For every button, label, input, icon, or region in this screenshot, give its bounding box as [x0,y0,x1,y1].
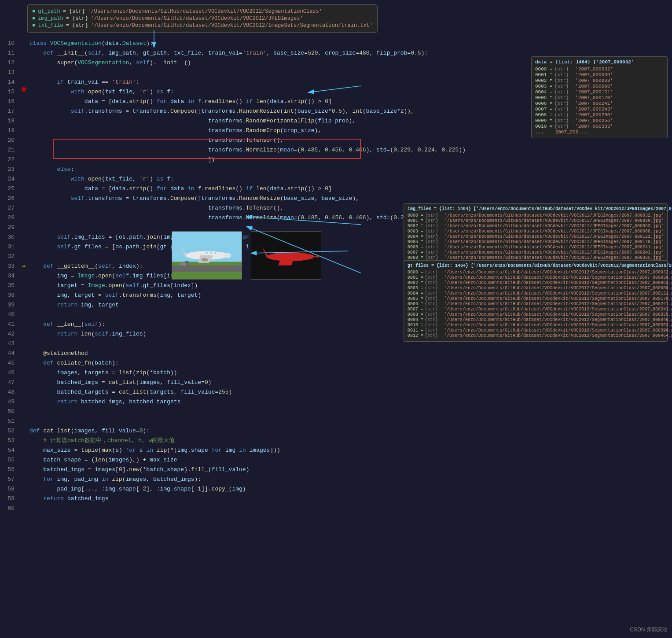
code-line-22: 22 ]) [0,155,672,165]
code-line-53: 53 # 计算该batch数据中，channel, h, w的最大值 [0,436,672,446]
svg-point-9 [206,252,208,254]
code-line-25: 25 data = [data.strip() for data in f.re… [0,184,672,194]
gt-files-tooltip: gt_files = {list: 1464} ['/Users/enzo/Do… [404,260,668,342]
svg-rect-2 [172,266,242,272]
code-line-44: 44 @staticmethod [0,349,672,358]
code-line-56: 56 batched_imgs = images[0].new(*batch_s… [0,465,672,475]
code-line-45: 45 def collate_fn(batch): [0,358,672,368]
svg-point-18 [281,259,290,263]
code-line-23: 23 else: [0,165,672,174]
svg-point-8 [210,252,212,254]
code-line-48: 48 batched_targets = cat_list(targets, f… [0,387,672,397]
code-line-60: 60 [0,504,672,513]
thumbnails-area [172,231,321,280]
code-line-51: 51 [0,417,672,426]
airplane-thumbnail [172,231,242,280]
code-line-52: 52 def cat_list(images, fill_value=0): [0,426,672,436]
svg-point-4 [224,253,231,258]
watermark: CSDN @郭庆汝 [630,626,668,634]
code-line-24: 24 with open(txt_file, 'r') as f: [0,174,672,184]
code-line-55: 55 batch_shape = (len(images),) + max_si… [0,455,672,465]
svg-point-10 [201,258,208,262]
code-line-26: 26 self.transforms = transforms.Compose(… [0,194,672,203]
breakpoint-15[interactable] [22,87,26,92]
code-line-50: 50 [0,407,672,417]
code-line-21: 21 transforms.Normalize(mean=(0.485, 0.4… [0,145,672,155]
svg-point-7 [215,252,217,254]
code-line-46: 46 images, targets = list(zip(*batch)) [0,368,672,378]
svg-rect-12 [181,263,186,266]
code-line-59: 59 return batched_imgs [0,494,672,504]
code-line-49: 49 return batched_imgs, batched_targets [0,397,672,407]
top-tooltip: ■ gt_path = {str} '/Users/enzo/Documents… [27,4,378,33]
code-line-54: 54 max_size = tuple(max(s) for s in zip(… [0,446,672,455]
code-line-47: 47 batched_imgs = cat_list(images, fill_… [0,378,672,387]
code-line-10: 10 class VOCSegmentation(data.Dataset): [0,39,672,48]
data-tooltip: data = {list: 1464} ['2007_000032' 0000 … [531,56,668,138]
code-editor: ■ gt_path = {str} '/Users/enzo/Documents… [0,0,672,638]
code-line-58: 58 pad_img[..., :img.shape[-2], :img.sha… [0,484,672,494]
debug-arrow: ⇒ [22,262,26,271]
code-line-57: 57 for img, pad_img in zip(images, batch… [0,475,672,484]
segmentation-thumbnail [251,231,321,280]
